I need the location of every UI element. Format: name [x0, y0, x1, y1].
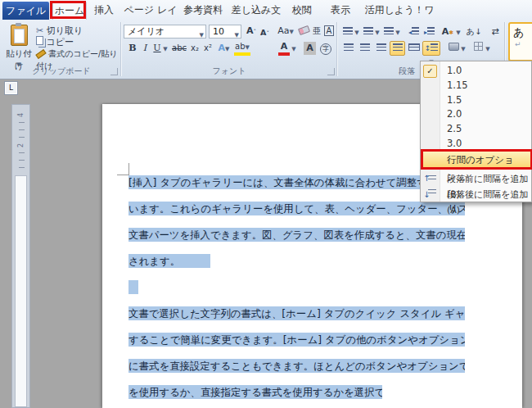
word-window: ファイル ホーム挿入ページ レイアウト参考資料差し込み文書校閲表示活用しよう！ワ… [0, 0, 532, 408]
tab-7[interactable]: 活用しよう！ワード [361, 2, 438, 19]
align-right-button[interactable] [374, 42, 388, 55]
tab-4[interactable]: 差し込み文書 [228, 2, 285, 19]
align-center-button[interactable] [358, 42, 372, 55]
menu-item-add-space-before[interactable]: ↑ 段落前に間隔を追加(B) [421, 171, 531, 187]
multilevel-dropdown[interactable]: ▼ [394, 25, 401, 39]
asian-layout-button[interactable]: A✱ [440, 25, 455, 39]
bullets-dropdown[interactable]: ▼ [354, 25, 360, 39]
document-line[interactable]: に書式を直接設定することもできます。ほとんどのボタンやオプションで、現在のテーマ… [128, 359, 465, 373]
font-color-dropdown[interactable]: ▼ [291, 42, 297, 55]
eraser-icon [298, 25, 310, 35]
justify-button[interactable] [390, 41, 405, 56]
numbered-list-icon [363, 27, 373, 34]
ruby-button[interactable]: 亜 [310, 25, 323, 38]
font-dialog-launcher-icon[interactable] [327, 68, 335, 75]
menu-item-line-spacing-options[interactable]: 行間のオプション... [421, 151, 531, 168]
style-gallery-item[interactable]: あ ↵ [508, 22, 532, 61]
tab-5[interactable]: 校閲 [287, 2, 317, 19]
style-preview-text: あ [510, 24, 532, 40]
grow-font-button[interactable]: A˄ [245, 25, 258, 38]
character-shading-button[interactable]: A [304, 42, 316, 55]
shrink-font-button[interactable]: A˅ [259, 26, 271, 39]
bold-glyph: B [128, 43, 136, 53]
document-line[interactable]: 文書パーツを挿入できます。図、グラフ、図表を作成すると、文書の現在の体裁に合わせ… [128, 228, 465, 242]
align-left-button[interactable] [341, 42, 355, 55]
clipboard-dialog-launcher-icon[interactable] [110, 68, 118, 75]
show-formatting-marks-button[interactable]: ⇄ [488, 25, 503, 39]
font-name-combobox[interactable]: メイリオ ▼ [124, 25, 206, 39]
format-painter-brush-icon [35, 49, 46, 59]
tab-file[interactable]: ファイル [2, 2, 49, 20]
numbering-button[interactable] [362, 25, 375, 39]
underline-glyph: U [153, 43, 160, 53]
document-line[interactable]: することで簡単に変更できます。[ホーム] タブの他のボタンやオプションを使用して… [128, 333, 465, 347]
superscript-button[interactable]: x² [201, 42, 214, 55]
tab-3[interactable]: 参考資料 [182, 2, 224, 19]
increase-indent-button[interactable]: ▸ [422, 25, 436, 39]
sort-button[interactable]: あ↓ [466, 25, 482, 39]
bullets-button[interactable] [341, 25, 354, 39]
formatting-marks-icon: ⇄ [491, 26, 498, 37]
font-group-label: フォント [196, 66, 262, 77]
menu-item-spacing-2.5[interactable]: 2.5 [421, 121, 531, 136]
underline-button[interactable]: U [151, 42, 163, 55]
font-color-button[interactable]: A [278, 42, 290, 56]
tab-home[interactable]: ホーム [52, 2, 87, 20]
document-line[interactable]: 文書で選択した文字列の書式は、[ホーム] タブのクイック スタイル ギャラリーで… [128, 306, 465, 320]
enclose-glyph: 字 [320, 43, 331, 55]
ruler-number: 2 [17, 137, 25, 154]
menu-item-spacing-1.0[interactable]: 1.0✓ [421, 63, 531, 78]
change-case-glyph: Aa [277, 25, 289, 36]
group-separator [336, 22, 337, 76]
ruby-glyph: 亜 [313, 26, 321, 35]
shading-glyph: A [306, 43, 313, 53]
enclose-character-button[interactable]: 字 [319, 42, 332, 55]
decrease-indent-button[interactable]: ◂ [407, 25, 421, 39]
clipboard-group-label: クリップボード [16, 66, 106, 77]
line-spacing-icon: ↕ [425, 44, 431, 52]
borders-button[interactable] [471, 42, 485, 55]
clear-formatting-button[interactable] [296, 25, 311, 38]
underline-dropdown[interactable]: ▼ [162, 42, 169, 55]
increase-indent-icon [427, 27, 435, 34]
change-case-button[interactable]: Aa▼ [276, 25, 295, 38]
document-line[interactable]: [挿入] タブのギャラリーには、文書全体の体裁に合わせて調整するためのアイテ [128, 175, 465, 189]
borders-dropdown[interactable]: ▼ [485, 42, 491, 55]
asian-layout-dropdown[interactable]: ▼ [455, 25, 462, 39]
menu-item-spacing-2.0[interactable]: 2.0 [421, 107, 531, 121]
text-effects-button[interactable]: A▼ [218, 42, 230, 55]
distribute-button[interactable] [407, 42, 421, 55]
tab-stop-selector[interactable]: L [4, 81, 18, 95]
menu-item-add-space-after[interactable]: ↓ 段落後に間隔を追加(A) [421, 187, 531, 202]
shading-fill-button[interactable] [447, 42, 460, 55]
shading-fill-dropdown[interactable]: ▼ [460, 42, 467, 55]
add-space-after-icon: ↓ [424, 188, 436, 200]
paste-button[interactable]: 貼り付け ▼ [2, 23, 35, 70]
grow-font-glyph: A [246, 25, 254, 36]
document-line[interactable]: を使用するか、直接指定する書式を使用するかを選択できます。 [128, 385, 382, 399]
bold-button[interactable]: B [127, 42, 138, 55]
vertical-ruler[interactable]: 4 2 [11, 104, 30, 408]
menu-item-spacing-1.15[interactable]: 1.15 [421, 78, 531, 93]
font-color-glyph: A [281, 41, 288, 52]
italic-button[interactable]: I [140, 42, 150, 55]
tab-1[interactable]: 挿入 [88, 2, 120, 19]
tab-2[interactable]: ページ レイアウト [123, 2, 178, 19]
highlight-color-button[interactable]: ab▼ [234, 42, 250, 56]
font-size-combobox[interactable]: 10 ▼ [209, 25, 241, 39]
font-name-value: メイリオ [128, 26, 165, 37]
multilevel-list-button[interactable] [382, 25, 395, 39]
document-line[interactable]: います。これらのギャラリーを使用して、表、ヘッダー、フッター、リスト、表紙や、そ… [128, 202, 465, 215]
subscript-button[interactable]: x₂ [188, 42, 201, 55]
document-line[interactable]: されます。 [128, 254, 210, 268]
numbering-dropdown[interactable]: ▼ [374, 25, 381, 39]
line-spacing-button[interactable]: ↕▼ [422, 41, 440, 56]
strikethrough-button[interactable]: abc [170, 42, 188, 55]
cut-label: 切り取り [47, 25, 83, 36]
menu-item-spacing-1.5[interactable]: 1.5 [421, 93, 531, 107]
document-line[interactable] [128, 280, 138, 294]
tab-6[interactable]: 表示 [325, 2, 356, 19]
menu-item-spacing-3.0[interactable]: 3.0 [421, 136, 531, 151]
enclose-border-button[interactable]: A [322, 25, 336, 38]
format-painter-button[interactable]: 書式のコピー/貼り付け [36, 48, 121, 61]
